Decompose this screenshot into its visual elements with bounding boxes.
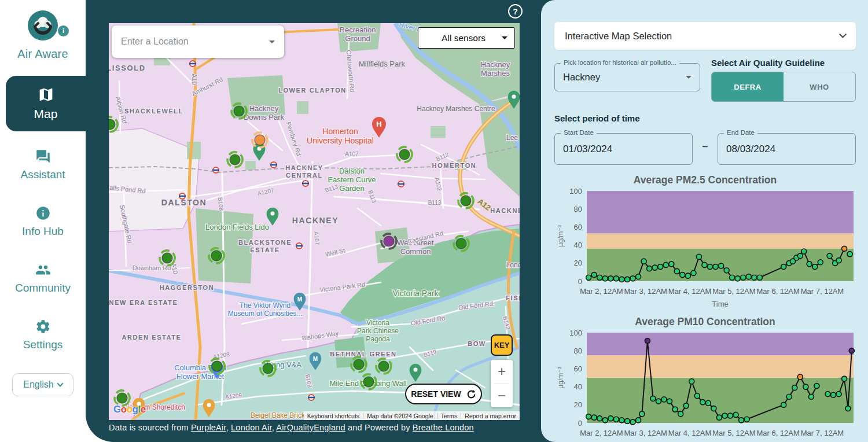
zoom-out-button[interactable]: − bbox=[491, 384, 513, 408]
keyboard-shortcuts-link[interactable]: Keyboard shortcuts bbox=[304, 412, 363, 419]
guideline-option-who[interactable]: WHO bbox=[784, 72, 855, 101]
reset-view-button[interactable]: RESET VIEW bbox=[405, 384, 482, 404]
google-logo[interactable]: Google bbox=[113, 404, 146, 415]
transit-station-icon[interactable] bbox=[189, 61, 196, 67]
chart-band bbox=[587, 333, 854, 355]
map-label: A107 bbox=[345, 151, 359, 157]
footer-link[interactable]: AirQualityEngland bbox=[276, 423, 345, 432]
help-icon[interactable]: ? bbox=[508, 4, 523, 19]
chart-point bbox=[807, 261, 812, 267]
chart-point bbox=[849, 348, 854, 353]
location-search-input[interactable]: Enter a Location bbox=[112, 25, 284, 58]
chart-point bbox=[797, 253, 803, 259]
chart-point bbox=[630, 419, 635, 425]
sidebar-item-community[interactable]: Community bbox=[0, 262, 86, 294]
chart-point bbox=[716, 415, 722, 420]
chart-point bbox=[744, 417, 749, 422]
app-logo: i Air Aware bbox=[0, 0, 86, 61]
start-date-value: 01/03/2024 bbox=[563, 143, 684, 155]
chart-point bbox=[847, 252, 852, 257]
start-date-field[interactable]: Start Date 01/03/2024 bbox=[554, 133, 693, 165]
chart-point bbox=[845, 406, 851, 411]
end-date-label: End Date bbox=[724, 129, 757, 136]
chart-point bbox=[831, 392, 836, 397]
svg-text:M: M bbox=[297, 296, 302, 303]
chart-point bbox=[639, 411, 645, 417]
map-label: NEW ERA ESTATE bbox=[109, 299, 178, 306]
map-label: DALSTON bbox=[161, 198, 207, 207]
chart-point bbox=[700, 400, 705, 405]
key-button[interactable]: KEY bbox=[491, 334, 513, 356]
panel-mode-value: Interactive Map Selection bbox=[565, 31, 840, 42]
attribution-link[interactable]: Report a map error bbox=[461, 412, 520, 419]
transit-station-icon[interactable] bbox=[179, 193, 186, 199]
sidebar-item-label: Community bbox=[15, 282, 71, 294]
transit-station-icon[interactable] bbox=[296, 243, 303, 249]
sensor-filter-dropdown[interactable]: All sensors bbox=[418, 27, 515, 49]
transit-station-icon[interactable] bbox=[270, 162, 277, 168]
chart-point bbox=[636, 274, 641, 279]
chevron-down-icon bbox=[57, 380, 63, 386]
chart-point bbox=[842, 246, 847, 251]
logo-info-icon[interactable]: i bbox=[58, 25, 69, 36]
map-label: HACKNEY bbox=[490, 207, 520, 214]
y-tick-label: 100 bbox=[569, 187, 582, 196]
transit-station-icon[interactable] bbox=[302, 181, 309, 186]
chart-point bbox=[656, 399, 661, 404]
transit-station-icon[interactable] bbox=[398, 181, 404, 187]
air-aware-logo-icon bbox=[27, 9, 59, 42]
chart-point bbox=[586, 275, 591, 280]
end-date-field[interactable]: End Date 08/03/2024 bbox=[718, 133, 856, 165]
chart-band bbox=[587, 233, 854, 249]
chart-point bbox=[842, 376, 847, 381]
content-area: ? bbox=[86, 0, 868, 442]
attribution-link[interactable]: Terms bbox=[437, 412, 461, 419]
language-selector[interactable]: English bbox=[12, 373, 73, 396]
footer-text: , bbox=[226, 423, 231, 432]
footer-link[interactable]: London Air bbox=[231, 423, 272, 432]
end-date-value: 08/03/2024 bbox=[726, 143, 847, 155]
footer-link[interactable]: Breathe London bbox=[413, 423, 474, 432]
map-label: Victoria Park bbox=[392, 289, 439, 298]
sidebar-item-info-hub[interactable]: Info Hub bbox=[0, 205, 86, 238]
chart-point bbox=[735, 276, 740, 281]
chart-point bbox=[781, 402, 786, 407]
zoom-in-button[interactable]: + bbox=[491, 360, 513, 384]
chart-point bbox=[719, 263, 724, 268]
guideline-option-defra[interactable]: DEFRA bbox=[712, 72, 784, 101]
location-dropdown[interactable]: Pick location for historical air polluti… bbox=[554, 63, 700, 91]
chart-point bbox=[792, 385, 797, 391]
x-tick-label: Mar 4, 12AM bbox=[668, 287, 711, 296]
attribution-link[interactable]: Map data ©2024 Google bbox=[363, 412, 437, 419]
map-viewport[interactable]: LISSOLDSHACKLEWELLLOWER CLAPTONRecreatio… bbox=[109, 23, 520, 420]
chart-point bbox=[650, 396, 656, 401]
transit-station-icon[interactable] bbox=[308, 395, 315, 400]
y-tick-label: 60 bbox=[574, 364, 582, 373]
footer-link[interactable]: PurpleAir bbox=[191, 423, 226, 432]
chart-point bbox=[672, 407, 678, 412]
sidebar-item-assistant[interactable]: Assistant bbox=[0, 149, 86, 181]
y-tick-label: 100 bbox=[569, 329, 582, 337]
transit-station-icon[interactable] bbox=[212, 167, 219, 173]
sidebar-item-settings[interactable]: Settings bbox=[0, 319, 86, 351]
chart-point bbox=[630, 276, 635, 281]
chart-point bbox=[741, 275, 746, 280]
y-tick-label: 60 bbox=[574, 223, 582, 231]
map-label: HOMERTON bbox=[432, 162, 477, 169]
chart-point bbox=[730, 275, 735, 280]
chart-point bbox=[608, 416, 613, 421]
chart-point bbox=[733, 412, 738, 417]
map-label: BETHNAL GREEN bbox=[330, 351, 396, 358]
dropdown-arrow-icon bbox=[269, 40, 275, 46]
chart-point bbox=[818, 260, 823, 265]
sidebar-item-map[interactable]: Map bbox=[6, 76, 86, 131]
interactive-map-selection-dropdown[interactable]: Interactive Map Selection bbox=[554, 22, 856, 50]
x-tick-label: Mar 5, 12AM bbox=[712, 429, 755, 437]
map-label: LOWER CLAPTON bbox=[278, 87, 347, 94]
chart-point bbox=[591, 272, 597, 278]
map-label: B113 bbox=[428, 200, 442, 206]
map-label: SHACKLEWELL bbox=[124, 108, 183, 115]
y-tick-label: 0 bbox=[578, 419, 582, 428]
map-label: Beigel Bake Brick bbox=[251, 411, 306, 419]
chart-point bbox=[680, 272, 685, 278]
